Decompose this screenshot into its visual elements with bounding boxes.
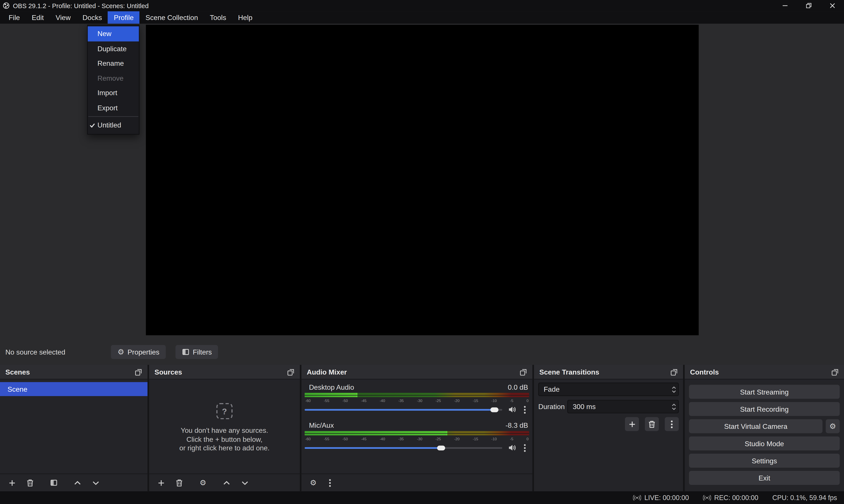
popout-icon[interactable] — [133, 367, 143, 377]
live-time: LIVE: 00:00:00 — [644, 494, 689, 501]
volume-slider[interactable] — [305, 443, 502, 453]
gear-icon: ⚙ — [200, 479, 206, 486]
tick-label: -20 — [454, 436, 460, 441]
channel-menu-button[interactable] — [521, 404, 528, 414]
profile-menu-export[interactable]: Export — [88, 101, 139, 115]
tick-label: -25 — [435, 398, 441, 403]
filters-button[interactable]: Filters — [176, 345, 218, 359]
check-icon — [89, 123, 95, 128]
add-scene-button[interactable] — [7, 478, 17, 487]
audio-mixer-panel: Audio Mixer Desktop Audio 0.0 dB -60-55-… — [301, 365, 532, 491]
minimize-button[interactable] — [773, 0, 797, 11]
remove-source-button[interactable] — [174, 478, 184, 487]
tick-label: 0 — [526, 398, 529, 403]
preview-canvas[interactable] — [146, 25, 699, 336]
mute-button[interactable] — [507, 404, 517, 414]
duration-label: Duration — [538, 402, 567, 411]
transition-select[interactable]: Fade — [538, 383, 679, 396]
mixer-channel-mic-aux: Mic/Aux -8.3 dB -60-55-50-45-40-35-30-25… — [305, 420, 529, 453]
menu-help[interactable]: Help — [232, 11, 258, 23]
profile-menu-untitled[interactable]: Untitled — [88, 118, 139, 132]
empty-text-line: Click the + button below, — [186, 435, 263, 444]
volume-slider[interactable] — [305, 404, 502, 414]
menubar: File Edit View Docks Profile Scene Colle… — [0, 11, 844, 23]
add-transition-button[interactable] — [625, 417, 639, 431]
profile-menu-duplicate[interactable]: Duplicate — [88, 41, 139, 56]
slider-handle[interactable] — [437, 445, 445, 450]
scenes-list: Scene — [0, 379, 147, 473]
window-controls — [773, 0, 844, 11]
spinner-arrows-icon[interactable] — [669, 400, 678, 413]
obs-logo-icon — [3, 2, 10, 9]
channel-name: Desktop Audio — [309, 383, 354, 391]
studio-mode-button[interactable]: Studio Mode — [689, 436, 840, 451]
gear-icon: ⚙ — [118, 348, 124, 356]
profile-menu-new[interactable]: New — [88, 26, 139, 41]
tick-label: -20 — [454, 398, 460, 403]
move-source-down-button[interactable] — [240, 478, 250, 487]
mute-button[interactable] — [507, 443, 517, 453]
menu-file[interactable]: File — [3, 11, 26, 23]
restore-button[interactable] — [797, 0, 821, 11]
tick-label: -30 — [417, 436, 422, 441]
channel-menu-button[interactable] — [521, 443, 528, 453]
popout-icon[interactable] — [286, 367, 295, 377]
profile-menu-import[interactable]: Import — [88, 86, 139, 100]
move-source-up-button[interactable] — [222, 478, 232, 487]
properties-label: Properties — [127, 348, 159, 356]
audio-mixer-title: Audio Mixer — [307, 368, 347, 376]
window-title: OBS 29.1.2 - Profile: Untitled - Scenes:… — [13, 2, 149, 10]
exit-button[interactable]: Exit — [689, 471, 840, 485]
tick-label: 0 — [526, 436, 529, 441]
slider-handle[interactable] — [490, 407, 499, 412]
controls-title: Controls — [690, 368, 719, 376]
menu-profile[interactable]: Profile — [108, 11, 140, 23]
start-streaming-button[interactable]: Start Streaming — [689, 385, 840, 399]
menu-view[interactable]: View — [50, 11, 76, 23]
transition-properties-button[interactable] — [665, 417, 679, 431]
live-icon — [633, 494, 641, 501]
add-source-button[interactable] — [156, 478, 166, 487]
tick-label: -5 — [510, 398, 513, 403]
rec-icon — [703, 494, 711, 501]
start-recording-button[interactable]: Start Recording — [689, 402, 840, 416]
virtual-camera-settings-button[interactable]: ⚙ — [826, 419, 840, 433]
profile-menu-rename[interactable]: Rename — [88, 56, 139, 71]
popout-icon[interactable] — [669, 367, 679, 377]
live-status: LIVE: 00:00:00 — [633, 494, 689, 501]
meter-scale: -60-55-50-45-40-35-30-25-20-15-10-50 — [305, 398, 529, 403]
mixer-menu-button[interactable] — [327, 478, 333, 487]
start-virtual-camera-button[interactable]: Start Virtual Camera — [689, 419, 823, 433]
properties-button[interactable]: ⚙ Properties — [111, 345, 166, 359]
move-scene-up-button[interactable] — [73, 478, 83, 487]
tick-label: -55 — [324, 436, 329, 441]
scene-list-item[interactable]: Scene — [0, 382, 147, 396]
scene-filters-button[interactable] — [49, 478, 59, 487]
duration-value: 300 ms — [573, 402, 596, 411]
scenes-header: Scenes — [0, 365, 147, 379]
settings-button[interactable]: Settings — [689, 454, 840, 468]
channel-level: -8.3 dB — [505, 421, 528, 429]
meter-scale: -60-55-50-45-40-35-30-25-20-15-10-50 — [305, 436, 529, 441]
remove-transition-button[interactable] — [645, 417, 659, 431]
tick-label: -60 — [305, 436, 311, 441]
menu-docks[interactable]: Docks — [76, 11, 108, 23]
statusbar: LIVE: 00:00:00 REC: 00:00:00 CPU: 0.1%, … — [0, 491, 844, 504]
menu-tools[interactable]: Tools — [204, 11, 232, 23]
advanced-audio-icon[interactable]: ⚙︎ — [308, 478, 318, 487]
source-properties-button[interactable]: ⚙ — [198, 478, 208, 487]
menu-edit[interactable]: Edit — [26, 11, 50, 23]
mixer-channel-desktop-audio: Desktop Audio 0.0 dB -60-55-50-45-40-35-… — [305, 382, 529, 414]
tick-label: -50 — [342, 398, 348, 403]
sources-list[interactable]: ? You don't have any sources. Click the … — [149, 379, 300, 473]
profile-menu: New Duplicate Rename Remove Import Expor… — [87, 25, 139, 134]
move-scene-down-button[interactable] — [91, 478, 101, 487]
tick-label: -35 — [398, 436, 404, 441]
menu-scene-collection[interactable]: Scene Collection — [140, 11, 204, 23]
popout-icon[interactable] — [830, 367, 840, 377]
remove-scene-button[interactable] — [25, 478, 35, 487]
popout-icon[interactable] — [518, 367, 528, 377]
duration-spinbox[interactable]: 300 ms — [568, 400, 679, 413]
tick-label: -10 — [491, 436, 497, 441]
close-button[interactable] — [820, 0, 844, 11]
